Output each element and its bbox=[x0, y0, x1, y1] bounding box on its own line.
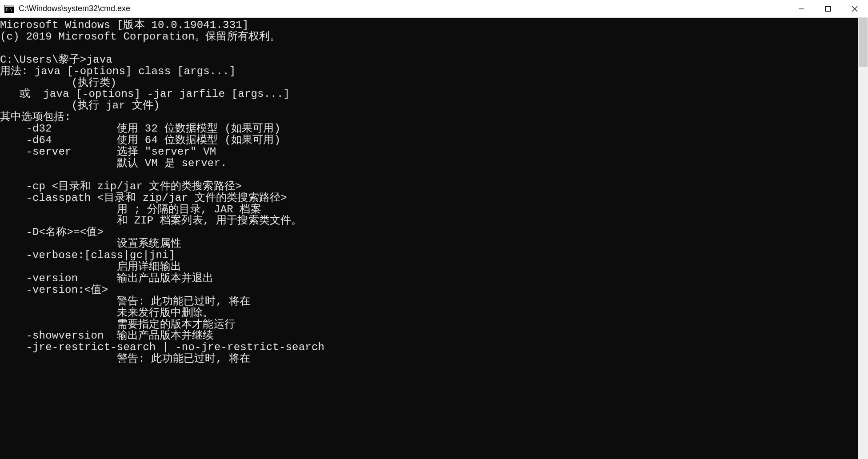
svg-rect-4 bbox=[826, 6, 831, 11]
svg-text:C:\: C:\ bbox=[6, 8, 12, 12]
maximize-button[interactable] bbox=[815, 0, 841, 17]
cmd-window: C:\ C:\Windows\system32\cmd.exe Microsof… bbox=[0, 0, 868, 459]
window-controls bbox=[788, 0, 868, 17]
svg-rect-1 bbox=[5, 5, 14, 7]
titlebar[interactable]: C:\ C:\Windows\system32\cmd.exe bbox=[0, 0, 868, 18]
cmd-icon: C:\ bbox=[4, 5, 14, 13]
minimize-button[interactable] bbox=[788, 0, 815, 17]
vertical-scrollbar[interactable] bbox=[858, 18, 868, 459]
terminal-output[interactable]: Microsoft Windows [版本 10.0.19041.331] (c… bbox=[0, 18, 858, 459]
close-button[interactable] bbox=[841, 0, 868, 17]
window-title: C:\Windows\system32\cmd.exe bbox=[19, 4, 788, 13]
terminal-container: Microsoft Windows [版本 10.0.19041.331] (c… bbox=[0, 18, 868, 459]
scrollbar-thumb[interactable] bbox=[859, 18, 868, 67]
